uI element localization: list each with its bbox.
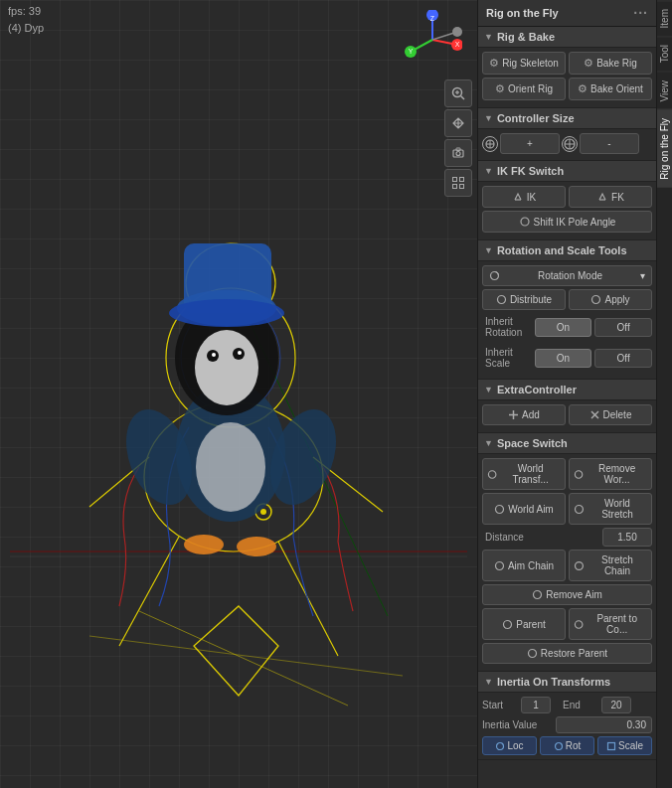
restore-parent-icon [527,648,538,659]
parent-to-co-icon [574,619,584,630]
world-transf-icon [487,469,497,480]
ik-fk-content: IK FK Shift IK Pole Angle [478,182,656,240]
world-aim-btn[interactable]: World Aim [482,493,566,525]
add-btn[interactable]: Add [482,404,566,425]
tab-rig-on-the-fly[interactable]: Rig on the Fly [657,109,672,188]
grid-tool-btn[interactable] [444,169,472,197]
inherit-scale-label: Inherit Scale [482,344,532,372]
size-plus-btn[interactable]: + [500,133,560,154]
ik-icon [512,191,524,203]
inertia-start-end-row: Start 1 End 20 [482,697,652,713]
svg-rect-50 [460,178,464,182]
viewport[interactable]: fps: 39 (4) Dyp Z X Y [0,0,477,788]
panel-title: Rig on the Fly ··· [478,0,656,27]
rig-skeleton-icon: ⚙ [489,57,499,70]
extra-controller-arrow: ▼ [484,385,493,394]
inertia-value-label: Inertia Value [482,719,552,730]
inertia-end-val[interactable]: 20 [601,697,631,713]
inertia-val-display[interactable]: 0.30 [556,716,652,733]
delete-icon [589,409,600,420]
restore-parent-btn[interactable]: Restore Parent [482,643,652,664]
svg-rect-52 [460,185,464,189]
inherit-rotation-on-btn[interactable]: On [535,318,592,337]
inherit-rotation-off-btn[interactable]: Off [594,318,652,337]
svg-point-76 [504,620,512,628]
bone-label: (4) Dyp [8,22,44,34]
svg-point-72 [575,505,583,513]
rotation-scale-content: Rotation Mode ▾ Distribute Apply Inherit… [478,261,656,380]
bake-orient-icon: ⚙ [578,82,588,95]
distribute-btn[interactable]: Distribute [482,289,566,310]
svg-point-70 [575,470,582,477]
rig-bake-header[interactable]: ▼ Rig & Bake [478,27,656,48]
svg-point-74 [575,561,583,569]
shift-ik-row: Shift IK Pole Angle [482,211,652,233]
pan-tool-btn[interactable] [444,109,472,137]
shift-ik-pole-btn[interactable]: Shift IK Pole Angle [482,211,652,233]
panel-title-dots: ··· [633,5,648,21]
remove-aim-btn[interactable]: Remove Aim [482,584,652,605]
remove-wor-icon [574,469,584,480]
bake-orient-btn[interactable]: ⚙ Bake Orient [569,78,652,100]
apply-btn[interactable]: Apply [569,289,652,310]
parent-btn[interactable]: Parent [482,608,566,640]
svg-line-12 [139,611,348,706]
inherit-rotation-row: Inherit Rotation On Off [482,313,652,341]
loc-icon [495,741,505,751]
inertia-start-val[interactable]: 1 [521,697,551,713]
rig-skeleton-btn[interactable]: ⚙ Rig Skeleton [482,52,566,75]
extra-controller-header[interactable]: ▼ ExtraController [478,380,656,400]
svg-point-29 [237,537,276,556]
svg-point-75 [534,591,542,599]
camera-tool-btn[interactable] [444,139,472,167]
inherit-scale-off-btn[interactable]: Off [594,349,652,368]
inertia-header[interactable]: ▼ Inertia On Transforms [478,672,656,693]
inherit-rotation-label: Inherit Rotation [482,313,532,341]
ik-btn[interactable]: IK [482,186,566,208]
bake-rig-icon: ⚙ [584,57,593,70]
svg-text:X: X [455,41,460,48]
ik-fk-row: IK FK [482,186,652,208]
stretch-chain-btn[interactable]: Stretch Chain [569,550,652,581]
rotation-scale-header[interactable]: ▼ Rotation and Scale Tools [478,240,656,261]
orient-rig-btn[interactable]: ⚙ Orient Rig [482,78,566,100]
ik-fk-header[interactable]: ▼ IK FK Switch [478,161,656,182]
fk-btn[interactable]: FK [569,186,652,208]
scale-btn[interactable]: Scale [597,736,652,755]
stretch-chain-icon [574,560,585,571]
controller-size-header[interactable]: ▼ Controller Size [478,108,656,129]
parent-to-co-btn[interactable]: Parent to Co... [569,608,652,640]
world-stretch-btn[interactable]: World Stretch [569,493,652,525]
space-switch-header[interactable]: ▼ Space Switch [478,433,656,454]
rot-btn[interactable]: Rot [540,736,594,755]
world-transf-btn[interactable]: World Transf... [482,458,566,490]
remove-wor-btn[interactable]: Remove Wor... [569,458,652,490]
remove-aim-row: Remove Aim [482,584,652,605]
delete-btn[interactable]: Delete [569,404,652,425]
aim-stretch-chain-row: Aim Chain Stretch Chain [482,550,652,581]
tab-item[interactable]: Item [657,0,672,36]
tab-tool[interactable]: Tool [657,36,672,71]
svg-text:Z: Z [430,15,435,22]
world-transf-row: World Transf... Remove Wor... [482,458,652,490]
remove-aim-icon [532,589,543,600]
size-minus-btn[interactable]: - [580,133,639,154]
rotation-mode-dropdown[interactable]: Rotation Mode ▾ [482,265,652,286]
distribute-icon [496,294,507,305]
distance-value[interactable]: 1.50 [602,528,652,547]
panel-sections: Rig on the Fly ··· ▼ Rig & Bake ⚙ Rig Sk… [478,0,656,788]
aim-chain-btn[interactable]: Aim Chain [482,550,566,581]
axis-widget: Z X Y [403,10,462,70]
tab-view[interactable]: View [657,72,672,110]
inertia-start-label: Start [482,700,517,710]
bake-rig-btn[interactable]: ⚙ Bake Rig [569,52,652,75]
zoom-tool-btn[interactable] [444,79,472,107]
dropdown-arrow: ▾ [640,270,645,281]
inherit-scale-on-btn[interactable]: On [535,349,592,368]
svg-rect-51 [453,185,457,189]
loc-btn[interactable]: Loc [482,736,537,755]
svg-point-30 [196,422,265,512]
ik-fk-label: IK FK Switch [497,165,564,177]
scale-icon [606,741,616,751]
rot-icon [554,741,564,751]
